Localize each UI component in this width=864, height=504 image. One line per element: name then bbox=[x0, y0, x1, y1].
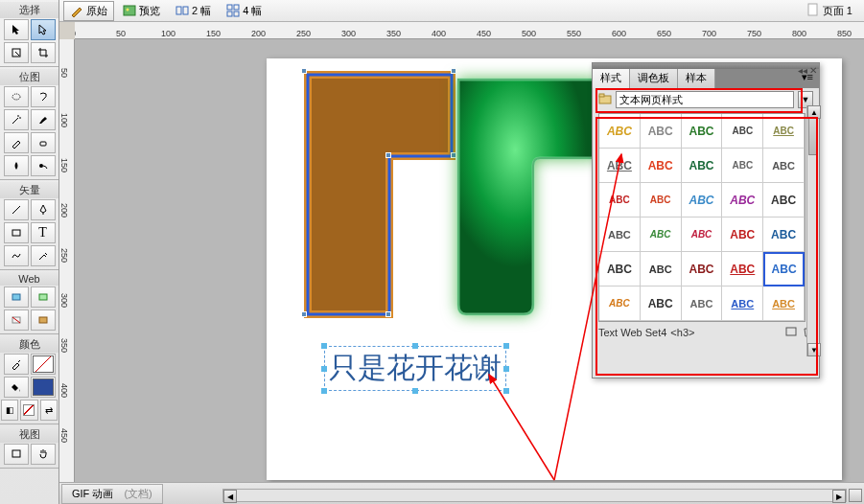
text-handle[interactable] bbox=[503, 388, 509, 394]
pencil-tool[interactable] bbox=[4, 132, 29, 153]
horizontal-scrollbar[interactable]: ◀ ▶ bbox=[222, 489, 847, 502]
tab-styles[interactable]: 样式 bbox=[593, 69, 630, 88]
style-swatch[interactable]: ABC bbox=[722, 149, 763, 183]
text-handle[interactable] bbox=[503, 343, 509, 349]
hide-slice-tool[interactable] bbox=[4, 309, 29, 331]
show-slice-tool[interactable] bbox=[31, 309, 56, 331]
line-tool[interactable] bbox=[4, 199, 29, 220]
eyedropper-tool[interactable] bbox=[4, 354, 29, 375]
canvas-area[interactable]: 只是花开花谢 ◂◂ ✕ 样式 调色板 样本 ▾≡ ▼ bbox=[75, 39, 864, 482]
style-swatch[interactable]: ABC bbox=[682, 218, 723, 252]
style-swatch[interactable]: ABC bbox=[641, 183, 682, 218]
style-swatch[interactable]: ABC bbox=[641, 252, 682, 286]
text-tool[interactable]: T bbox=[31, 222, 56, 243]
text-handle[interactable] bbox=[321, 366, 327, 372]
tab-swatches[interactable]: 调色板 bbox=[630, 69, 678, 88]
style-swatch[interactable]: ABC bbox=[763, 286, 805, 321]
style-swatch[interactable]: ABC bbox=[682, 114, 723, 149]
style-swatch[interactable]: ABC bbox=[641, 114, 682, 149]
style-swatch[interactable]: ABC bbox=[599, 252, 641, 286]
style-swatch[interactable]: ABC bbox=[763, 114, 805, 149]
pointer-tool[interactable] bbox=[4, 19, 29, 40]
view-original-button[interactable]: 原始 bbox=[63, 1, 114, 21]
text-handle[interactable] bbox=[412, 388, 418, 394]
style-swatch[interactable]: ABC bbox=[599, 286, 641, 321]
bucket-tool[interactable] bbox=[4, 377, 29, 398]
style-swatch[interactable]: ABC bbox=[682, 252, 723, 286]
swap-colors[interactable]: ⇄ bbox=[40, 400, 58, 421]
style-swatch[interactable]: ABC bbox=[599, 183, 641, 218]
stroke-color[interactable] bbox=[31, 354, 56, 375]
text-handle[interactable] bbox=[503, 366, 509, 372]
style-swatch[interactable]: ABC bbox=[682, 149, 723, 183]
fill-color[interactable] bbox=[31, 377, 56, 398]
view-4up-label: 4 幅 bbox=[243, 4, 262, 18]
no-color[interactable] bbox=[20, 400, 37, 421]
panel-collapse-icon[interactable]: ◂◂ bbox=[798, 65, 807, 76]
style-swatch[interactable]: ABC bbox=[722, 286, 763, 321]
text-handle[interactable] bbox=[321, 343, 327, 349]
style-swatch[interactable]: ABC bbox=[722, 218, 763, 252]
scroll-thumb[interactable] bbox=[808, 117, 817, 155]
style-swatch[interactable]: ABC bbox=[763, 252, 805, 286]
slice-tool[interactable] bbox=[31, 286, 56, 308]
hotspot-tool[interactable] bbox=[4, 286, 29, 308]
knife-tool[interactable] bbox=[31, 245, 56, 266]
style-swatch[interactable]: ABC bbox=[641, 286, 682, 321]
brush-tool[interactable] bbox=[31, 109, 56, 130]
scroll-right-button[interactable]: ▶ bbox=[832, 490, 846, 503]
rect-tool[interactable] bbox=[4, 222, 29, 243]
view-2up-button[interactable]: 2 幅 bbox=[169, 1, 218, 21]
smudge-tool[interactable] bbox=[31, 155, 56, 176]
style-swatch[interactable]: ABC bbox=[763, 149, 805, 183]
text-handle[interactable] bbox=[321, 388, 327, 394]
status-tab-gif[interactable]: GIF 动画 (文档) bbox=[61, 484, 163, 504]
style-swatch[interactable]: ABC bbox=[641, 149, 682, 183]
subselect-tool[interactable] bbox=[31, 19, 56, 40]
crop-tool[interactable] bbox=[31, 42, 56, 63]
marquee-tool[interactable] bbox=[4, 86, 29, 107]
style-swatch[interactable]: ABC bbox=[599, 218, 641, 252]
panel-titlebar[interactable]: ◂◂ ✕ bbox=[593, 63, 819, 69]
wand-tool[interactable] bbox=[4, 109, 29, 130]
eraser-tool[interactable] bbox=[31, 132, 56, 153]
pen-tool[interactable] bbox=[31, 199, 56, 220]
text-object[interactable]: 只是花开花谢 bbox=[324, 346, 506, 391]
style-swatch[interactable]: ABC bbox=[599, 149, 641, 183]
lasso-tool[interactable] bbox=[31, 86, 56, 107]
panel-close-icon[interactable]: ✕ bbox=[809, 65, 817, 76]
scroll-left-button[interactable]: ◀ bbox=[223, 490, 237, 503]
selection-handle[interactable] bbox=[385, 152, 391, 158]
style-swatch[interactable]: ABC bbox=[682, 286, 723, 321]
blur-tool[interactable] bbox=[4, 155, 29, 176]
style-swatch[interactable]: ABC bbox=[722, 114, 763, 149]
style-swatch[interactable]: ABC bbox=[682, 183, 723, 218]
scroll-down-button[interactable]: ▼ bbox=[807, 343, 821, 356]
view-4up-button[interactable]: 4 幅 bbox=[220, 1, 269, 21]
svg-rect-21 bbox=[786, 328, 796, 335]
text-handle[interactable] bbox=[412, 343, 418, 349]
selection-handle[interactable] bbox=[301, 68, 307, 74]
style-swatch[interactable]: ABC bbox=[763, 183, 805, 218]
style-swatch[interactable]: ABC bbox=[599, 114, 641, 149]
scale-tool[interactable] bbox=[4, 42, 29, 63]
vector-shape-brown[interactable] bbox=[303, 70, 456, 319]
hand-tool[interactable] bbox=[31, 444, 56, 465]
default-colors[interactable]: ◧ bbox=[1, 400, 18, 421]
view-preview-button[interactable]: 预览 bbox=[116, 1, 167, 21]
style-category-input[interactable] bbox=[616, 91, 794, 108]
selection-handle[interactable] bbox=[385, 311, 391, 317]
vector-shape-green[interactable] bbox=[449, 70, 602, 319]
panel-scrollbar[interactable]: ▲ ▼ bbox=[806, 105, 818, 356]
style-swatch[interactable]: ABC bbox=[722, 252, 763, 286]
style-swatch[interactable]: ABC bbox=[641, 218, 682, 252]
screen-mode[interactable] bbox=[4, 444, 29, 465]
style-swatch[interactable]: ABC bbox=[722, 183, 763, 218]
freeform-tool[interactable] bbox=[4, 245, 29, 266]
page-tab[interactable]: 页面 1 bbox=[800, 1, 860, 20]
ruler-tick: 250 bbox=[59, 248, 69, 263]
new-style-icon[interactable] bbox=[784, 326, 798, 339]
style-swatch[interactable]: ABC bbox=[763, 218, 805, 252]
selection-handle[interactable] bbox=[301, 311, 307, 317]
tab-samples[interactable]: 样本 bbox=[678, 69, 715, 88]
